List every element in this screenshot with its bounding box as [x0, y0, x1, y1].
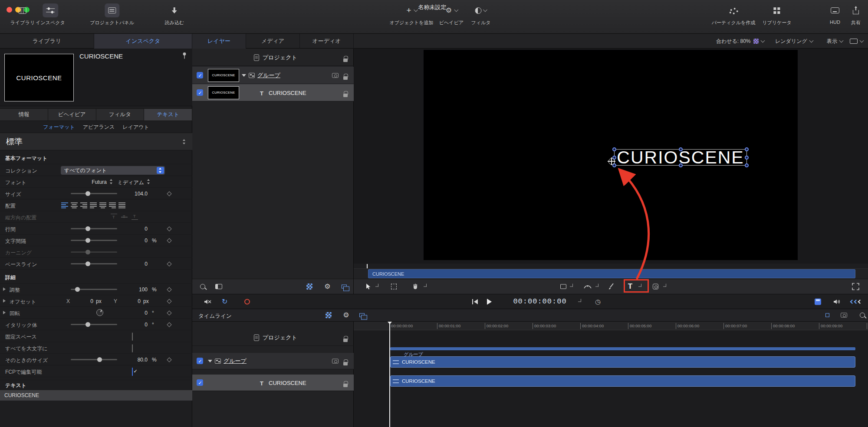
group-bar[interactable] — [390, 347, 855, 350]
all-caps-size-keyframe-button[interactable] — [167, 357, 171, 362]
chevron-down-icon[interactable] — [578, 299, 581, 302]
go-to-start-button[interactable] — [472, 299, 479, 304]
align-left-button[interactable] — [61, 202, 69, 209]
tab-layers[interactable]: レイヤー — [192, 34, 246, 49]
valign-middle-icon[interactable] — [121, 214, 128, 220]
chevron-down-icon[interactable] — [663, 284, 666, 287]
canvas-stage[interactable]: CURIOSCENE — [424, 50, 798, 260]
justify-center-button[interactable] — [99, 202, 107, 209]
baseline-slider[interactable] — [71, 263, 117, 264]
visibility-checkbox[interactable] — [197, 72, 203, 78]
tab-media[interactable]: メディア — [246, 34, 300, 49]
hud-button[interactable]: HUD — [827, 3, 843, 25]
layer-row-group[interactable]: CURIOSCENE グループ — [192, 67, 354, 84]
justify-full-button[interactable] — [118, 202, 126, 209]
subtab-format[interactable]: フォーマット — [43, 124, 75, 131]
tab-filters[interactable]: フィルタ — [96, 108, 145, 121]
subtab-appearance[interactable]: アピアランス — [83, 124, 115, 131]
add-object-button[interactable]: オブジェクトを追加 — [390, 3, 434, 26]
chevron-down-icon[interactable] — [375, 284, 378, 287]
disclosure-triangle-icon[interactable] — [208, 360, 212, 362]
clip-grip-icon[interactable] — [393, 360, 399, 364]
layer-row-project[interactable]: プロジェクト — [192, 49, 354, 66]
timeline-ruler[interactable]: 00:00:00:00 00:00:01:00 00:00:02:00 00:0… — [354, 322, 868, 330]
size-keyframe-button[interactable] — [167, 191, 171, 196]
selection-handle[interactable] — [679, 163, 683, 167]
zoom-fit-control[interactable]: 合わせる: 80% — [716, 34, 764, 49]
playback-speed-chevrons-icon[interactable] — [851, 300, 861, 303]
slant-keyframe-button[interactable] — [167, 322, 171, 327]
justify-left-button[interactable] — [89, 202, 97, 209]
filters-button[interactable]: フィルタ — [471, 3, 490, 26]
scale-value[interactable]: 100 — [122, 287, 148, 293]
render-menu[interactable]: レンダリング — [775, 34, 813, 49]
rotation-dial[interactable] — [96, 309, 103, 316]
project-panel-button[interactable]: プロジェクトパネル — [90, 3, 134, 26]
replicator-button[interactable]: リプリケータ — [762, 3, 791, 26]
clock-icon[interactable] — [595, 298, 601, 305]
checkerboard-icon[interactable] — [306, 284, 312, 290]
fullscreen-icon[interactable] — [852, 283, 859, 290]
offset-keyframe-button[interactable] — [167, 299, 171, 303]
lock-icon[interactable] — [343, 76, 348, 80]
gear-icon[interactable] — [324, 283, 331, 290]
mask-tool-icon[interactable] — [653, 284, 658, 290]
rotation-keyframe-button[interactable] — [167, 310, 171, 315]
selected-text-object[interactable]: CURIOSCENE — [614, 149, 747, 166]
justify-right-button[interactable] — [108, 202, 116, 209]
canvas-area[interactable]: CURIOSCENE — [354, 49, 868, 264]
visibility-checkbox[interactable] — [197, 89, 203, 96]
selection-handle[interactable] — [745, 163, 749, 167]
layers-icon[interactable] — [342, 285, 347, 289]
timeline-tab-label[interactable]: タイムライン — [198, 313, 232, 320]
mini-timeline-ruler[interactable] — [354, 264, 868, 269]
tab-inspector[interactable]: インスペクタ — [94, 34, 192, 49]
subtab-layout[interactable]: レイアウト — [122, 124, 149, 131]
paint-stroke-tool-icon[interactable] — [608, 283, 614, 290]
isolate-icon[interactable] — [332, 359, 339, 363]
selection-handle[interactable] — [745, 147, 749, 151]
chevron-down-icon[interactable] — [424, 284, 427, 287]
isolate-icon[interactable] — [332, 73, 339, 78]
scale-keyframe-button[interactable] — [167, 287, 171, 292]
font-family-select[interactable]: Futura — [81, 179, 107, 185]
valign-bottom-icon[interactable] — [132, 214, 138, 220]
all-caps-checkbox[interactable] — [132, 344, 133, 352]
speaker-icon[interactable] — [833, 299, 841, 305]
save-frame-icon[interactable] — [815, 298, 821, 305]
make-particles-button[interactable]: パーティクルを作成 — [712, 3, 756, 26]
gear-icon[interactable] — [342, 311, 350, 319]
play-button[interactable] — [487, 299, 492, 305]
panel-toggle-icon[interactable] — [215, 284, 222, 289]
tab-text[interactable]: テキスト — [144, 108, 192, 121]
rotation-value[interactable]: 0 — [122, 310, 148, 316]
offset-x-value[interactable]: 0 — [76, 298, 93, 304]
line-spacing-value[interactable]: 0 — [122, 226, 148, 232]
collection-dropdown[interactable]: すべてのフォント — [61, 166, 165, 175]
select-tool-icon[interactable] — [366, 283, 371, 290]
size-slider[interactable] — [71, 193, 117, 194]
lock-icon[interactable] — [343, 59, 348, 62]
record-icon[interactable] — [244, 299, 250, 304]
loop-icon[interactable] — [222, 298, 227, 305]
tab-behaviors[interactable]: ビヘイビア — [48, 108, 96, 121]
scale-slider[interactable] — [71, 289, 117, 290]
tab-audio[interactable]: オーディオ — [300, 34, 354, 49]
keyframes-icon[interactable] — [825, 313, 829, 317]
fcp-editable-checkbox[interactable] — [132, 368, 133, 376]
chevron-down-icon[interactable] — [595, 284, 598, 287]
align-right-button[interactable] — [80, 202, 88, 209]
share-button[interactable]: 共有 — [849, 3, 862, 26]
selection-handle[interactable] — [679, 147, 683, 151]
zoom-icon[interactable] — [860, 313, 865, 318]
markers-icon[interactable] — [841, 313, 847, 318]
display-options-menu[interactable] — [850, 34, 863, 49]
search-icon[interactable] — [200, 284, 205, 289]
behaviors-button[interactable]: ビヘイビア — [439, 3, 464, 26]
timecode-display[interactable]: 00:00:00:00 — [510, 297, 570, 306]
layers-icon[interactable] — [359, 313, 365, 317]
selection-handle[interactable] — [745, 156, 749, 160]
timeline-clip[interactable]: CURIOSCENE — [390, 356, 855, 368]
view-menu[interactable]: 表示 — [827, 34, 843, 49]
selection-handle[interactable] — [612, 147, 616, 151]
